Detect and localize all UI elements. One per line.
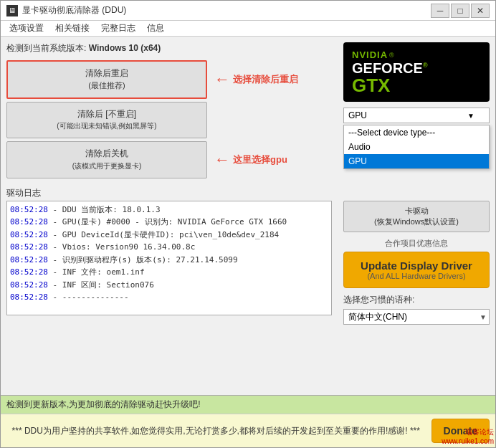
restore-section: 卡驱动 (恢复Windows默认设置): [343, 201, 490, 232]
system-version: Windows 10 (x64): [89, 43, 161, 53]
log-entry-2: 08:52:28 - GPU DeviceId(显卡硬件ID): pci\ven…: [10, 229, 328, 242]
annotation-gpu-text: 这里选择gpu: [233, 153, 287, 166]
nvidia-logo: NVIDIA ® GEFORCE® GTX: [343, 42, 490, 102]
watermark: 瑞客论坛 www.ruike1.com: [442, 427, 494, 446]
app-icon: 🖥: [6, 5, 18, 16]
language-select[interactable]: 简体中文(CHN): [343, 309, 490, 325]
language-label: 选择您习惯的语种:: [343, 294, 490, 306]
status-text: 检测到更新版本,为更加彻底的清除驱动赶快升级吧!: [6, 399, 201, 409]
clean-shutdown-button[interactable]: 清除后关机(该模式用于更换显卡): [6, 141, 207, 178]
log-entry-6: 08:52:28 - INF 区间: Section076: [10, 280, 328, 292]
menu-links[interactable]: 相关链接: [49, 21, 95, 36]
log-entry-7: 08:52:28 - --------------: [10, 292, 328, 304]
log-entry-1: 08:52:28 - GPU(显卡) #0000 - 识别为: NVIDIA G…: [10, 216, 328, 229]
log-entry-0: 08:52:28 - DDU 当前版本: 18.0.1.3: [10, 204, 328, 216]
top-section: 检测到当前系统版本: Windows 10 (x64) 清除后重启(最佳推荐) …: [1, 37, 495, 395]
nvidia-reg: ®: [389, 52, 394, 59]
restore-label2: (恢复Windows默认设置): [374, 217, 459, 226]
gpu-annotation: ← 这里选择gpu: [214, 151, 287, 169]
gpu-selector: GPU ▼ ---Select device type--- Audio GPU: [343, 108, 490, 123]
watermark-line2: www.ruike1.com: [442, 437, 494, 446]
gpu-dropdown[interactable]: GPU ▼: [343, 108, 490, 123]
gpu-dropdown-container: GPU ▼ ---Select device type--- Audio GPU: [343, 108, 490, 123]
window-controls: ─ □ ✕: [431, 4, 490, 18]
partner-section: 合作项目优惠信息 Update Display Driver (And ALL …: [343, 238, 490, 288]
main-content: 检测到当前系统版本: Windows 10 (x64) 清除后重启(最佳推荐) …: [1, 37, 495, 447]
nvidia-geforce: GEFORCE®: [352, 60, 481, 76]
gpu-dropdown-list: ---Select device type--- Audio GPU: [343, 125, 490, 169]
update-driver-title: Update Display Driver: [351, 259, 482, 272]
menu-info[interactable]: 信息: [141, 21, 170, 36]
restart-annotation: ← 选择清除后重启: [214, 70, 298, 89]
system-info-label: 检测到当前系统版本:: [6, 43, 89, 53]
arrow-left-icon: ←: [214, 70, 230, 89]
clean-restart-button[interactable]: 清除后重启(最佳推荐): [6, 60, 207, 99]
title-bar: 🖥 显卡驱动彻底清除器 (DDU) ─ □ ✕: [1, 1, 495, 21]
option-audio[interactable]: Audio: [344, 140, 489, 154]
log-entry-5: 08:52:28 - INF 文件: oem1.inf: [10, 267, 328, 279]
watermark-line1: 瑞客论坛: [442, 427, 494, 437]
update-driver-subtitle: (And ALL Hardware Drivers): [351, 272, 482, 280]
close-button[interactable]: ✕: [471, 4, 490, 18]
arrow-left2-icon: ←: [214, 151, 230, 169]
menu-full-log[interactable]: 完整日志: [95, 21, 141, 36]
language-wrapper: 简体中文(CHN) ▼: [343, 309, 490, 325]
log-box[interactable]: 08:52:28 - DDU 当前版本: 18.0.1.3 08:52:28 -…: [6, 201, 332, 315]
log-entry-4: 08:52:28 - 识别到驱动程序(s) 版本(s): 27.21.14.50…: [10, 254, 328, 267]
left-panel: 检测到当前系统版本: Windows 10 (x64) 清除后重启(最佳推荐) …: [1, 37, 338, 395]
clean-no-restart-label: 清除后 [不重启](可能出现未知错误,例如黑屏等): [57, 109, 156, 131]
log-section: 驱动日志 08:52:28 - DDU 当前版本: 18.0.1.3 08:52…: [6, 187, 332, 389]
option-gpu[interactable]: GPU: [344, 154, 489, 168]
partner-label: 合作项目优惠信息: [343, 238, 490, 249]
action-area: 清除后重启(最佳推荐) ← 选择清除后重启 清除后 [不重启](可能出现未知错误…: [6, 60, 332, 181]
option-select-type[interactable]: ---Select device type---: [344, 125, 489, 140]
gpu-selected-value: GPU: [348, 110, 367, 120]
log-entry-3: 08:52:28 - Vbios: Version90 16.34.00.8c: [10, 242, 328, 254]
update-driver-button[interactable]: Update Display Driver (And ALL Hardware …: [343, 252, 490, 288]
menu-options[interactable]: 选项设置: [4, 21, 49, 36]
annotation-restart-text: 选择清除后重启: [233, 73, 298, 86]
nvidia-brand: NVIDIA ®: [352, 49, 481, 60]
nvidia-gtx: GTX: [352, 76, 481, 95]
minimize-button[interactable]: ─: [431, 4, 449, 18]
clean-shutdown-label: 清除后关机(该模式用于更换显卡): [72, 148, 142, 171]
system-info: 检测到当前系统版本: Windows 10 (x64): [6, 42, 332, 54]
main-window: 🖥 显卡驱动彻底清除器 (DDU) ─ □ ✕ 选项设置 相关链接 完整日志 信…: [0, 0, 496, 448]
language-section: 选择您习惯的语种: 简体中文(CHN) ▼: [343, 294, 490, 325]
chevron-down-icon: ▼: [467, 112, 474, 120]
device-type-wrapper: GPU ▼ ---Select device type--- Audio GPU: [343, 108, 490, 123]
restore-drivers-button[interactable]: 卡驱动 (恢复Windows默认设置): [343, 201, 490, 232]
status-bar: 检测到更新版本,为更加彻底的清除驱动赶快升级吧!: [1, 395, 495, 414]
footer-text: *** DDU为用户坚持的共享软件,如您觉得实用,无论打赏多少,都将对后续的开发…: [6, 424, 426, 437]
menu-bar: 选项设置 相关链接 完整日志 信息: [1, 21, 495, 37]
restore-label1: 卡驱动: [405, 206, 429, 215]
log-label: 驱动日志: [6, 187, 332, 199]
maximize-button[interactable]: □: [451, 4, 469, 18]
clean-no-restart-button[interactable]: 清除后 [不重启](可能出现未知错误,例如黑屏等): [6, 102, 207, 139]
window-title: 显卡驱动彻底清除器 (DDU): [22, 4, 431, 16]
right-panel: NVIDIA ® GEFORCE® GTX GPU ▼: [338, 37, 495, 395]
footer: *** DDU为用户坚持的共享软件,如您觉得实用,无论打赏多少,都将对后续的开发…: [1, 414, 495, 447]
clean-restart-label: 清除后重启(最佳推荐): [85, 68, 128, 90]
nvidia-text: NVIDIA: [352, 49, 388, 60]
